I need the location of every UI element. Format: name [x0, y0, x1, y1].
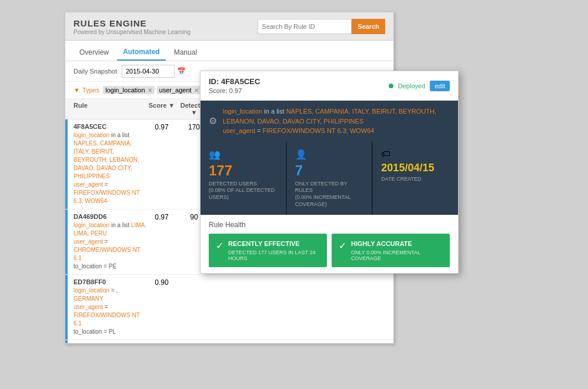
- rule-cell: DA469DD6 login_location in a list LIMA, …: [74, 213, 147, 271]
- rules-icon: 👤: [295, 149, 364, 160]
- rule-health-section: Rule Health ✓ RECENTLY EFFECTIVE DETECTE…: [201, 215, 458, 272]
- rule-condition: login_location = , GERMANY user_agent = …: [74, 287, 147, 336]
- panel-header: RULES ENGINE Powered by Unsupervised Mac…: [65, 12, 393, 41]
- tab-automated[interactable]: Automated: [117, 45, 166, 61]
- tab-overview[interactable]: Overview: [74, 46, 115, 60]
- tabs-bar: Overview Automated Manual: [65, 41, 393, 61]
- edit-button[interactable]: edit: [430, 81, 450, 91]
- rule-id: DA469DD6: [74, 213, 147, 220]
- search-input[interactable]: [258, 19, 352, 34]
- row-indicator: [65, 340, 68, 343]
- rule-id: 4F8A5CEC: [74, 123, 147, 130]
- rule-score: 0.97: [147, 213, 176, 221]
- rule-score: 0.90: [147, 278, 176, 287]
- health-title-effective: RECENTLY EFFECTIVE: [228, 240, 320, 248]
- status-label: Deployed: [398, 82, 425, 89]
- stat-label-users: DETECTED USERS(0.08% OF ALL DETECTED USE…: [209, 181, 278, 201]
- stat-number-users: 177: [209, 162, 278, 179]
- rule-cell: 4F8A5CEC login_location in a list NAPLES…: [74, 123, 147, 205]
- table-row: D6E82718 login_location in a list RALEIG…: [65, 340, 393, 343]
- stats-row: 👥 177 DETECTED USERS(0.08% OF ALL DETECT…: [201, 142, 458, 215]
- search-button[interactable]: Search: [352, 19, 385, 34]
- detail-panel: ID: 4F8A5CEC Score: 0.97 Deployed edit ⚙…: [200, 71, 459, 274]
- search-bar: Search: [258, 19, 385, 34]
- tab-manual[interactable]: Manual: [168, 46, 203, 60]
- health-card-effective-text: RECENTLY EFFECTIVE DETECTED 177 USERS IN…: [228, 240, 320, 261]
- filter-types-label: ▼ Types: [74, 87, 99, 94]
- rule-id: ED7B8FF0: [74, 278, 147, 285]
- health-sub-accurate: ONLY 0.00% INCREMENTAL COVERAGE: [351, 250, 443, 261]
- rule-score: 0.97: [147, 123, 176, 131]
- detail-score: Score: 0.97: [209, 87, 260, 94]
- health-cards: ✓ RECENTLY EFFECTIVE DETECTED 177 USERS …: [209, 234, 450, 267]
- detail-id: ID: 4F8A5CEC: [209, 77, 260, 86]
- row-indicator: [65, 210, 68, 274]
- health-card-accurate: ✓ HIGHLY ACCURATE ONLY 0.00% INCREMENTAL…: [332, 234, 450, 267]
- health-card-effective: ✓ RECENTLY EFFECTIVE DETECTED 177 USERS …: [209, 234, 327, 267]
- date-icon: 🏷: [381, 149, 450, 159]
- detail-conditions: ⚙ login_location in a list NAPLES, CAMPA…: [201, 101, 458, 142]
- health-title-accurate: HIGHLY ACCURATE: [351, 240, 443, 248]
- gear-icon: ⚙: [209, 115, 217, 127]
- stat-number-date: 2015/04/15: [381, 162, 450, 174]
- health-sub-effective: DETECTED 177 USERS IN LAST 24 HOURS: [228, 250, 320, 261]
- remove-login-filter[interactable]: ✕: [148, 87, 152, 94]
- row-indicator: [65, 119, 68, 209]
- snapshot-input[interactable]: [122, 65, 175, 78]
- filter-tag-useragent[interactable]: user_agent ✕: [157, 86, 201, 94]
- rule-condition: login_location in a list NAPLES, CAMPANI…: [74, 131, 147, 205]
- rule-cell: ED7B8FF0 login_location = , GERMANY user…: [74, 278, 147, 336]
- stat-box-date: 🏷 2015/04/15 DATE CREATED: [373, 142, 458, 215]
- remove-useragent-filter[interactable]: ✕: [194, 87, 199, 94]
- stat-box-users: 👥 177 DETECTED USERS(0.08% OF ALL DETECT…: [201, 142, 287, 215]
- col-header-score[interactable]: Score ▼: [147, 102, 176, 116]
- stat-label-date: DATE CREATED: [381, 176, 450, 183]
- stat-label-rules: ONLY DETECTED BY RULES(0.00% INCREMENTAL…: [295, 181, 364, 208]
- status-dot: [389, 84, 393, 88]
- table-row: ED7B8FF0 login_location = , GERMANY user…: [65, 275, 393, 340]
- snapshot-label: Daily Snapshot: [74, 68, 117, 75]
- stat-number-rules: 7: [295, 162, 364, 179]
- detail-status-section: Deployed edit: [389, 81, 450, 91]
- detail-id-section: ID: 4F8A5CEC Score: 0.97: [209, 77, 260, 94]
- filter-tag-login[interactable]: login_location ✕: [103, 86, 154, 94]
- health-card-accurate-text: HIGHLY ACCURATE ONLY 0.00% INCREMENTAL C…: [351, 240, 443, 261]
- rule-condition: login_location in a list LIMA, LIMA, PER…: [74, 221, 147, 271]
- check-icon-effective: ✓: [216, 240, 223, 251]
- condition-text: login_location in a list NAPLES, CAMPANI…: [223, 107, 450, 136]
- col-header-rule: Rule: [74, 102, 147, 116]
- stat-box-rules: 👤 7 ONLY DETECTED BY RULES(0.00% INCREME…: [287, 142, 373, 215]
- users-icon: 👥: [209, 149, 278, 160]
- detail-header: ID: 4F8A5CEC Score: 0.97 Deployed edit: [201, 71, 458, 101]
- calendar-icon[interactable]: 📅: [177, 67, 186, 75]
- rule-health-title: Rule Health: [209, 221, 450, 229]
- row-indicator: [65, 275, 68, 340]
- check-icon-accurate: ✓: [339, 240, 346, 251]
